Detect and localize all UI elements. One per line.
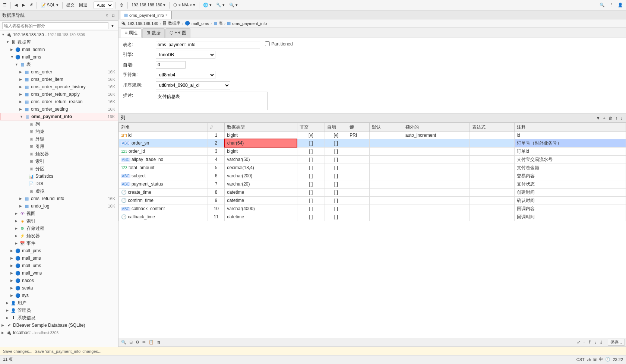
charset-select[interactable]: utf8mb4 [156, 71, 215, 79]
down-end-button[interactable]: ⤓ [598, 339, 604, 345]
table-row[interactable]: 123 order_id3bigint[ ][ ]订单id [119, 147, 626, 155]
search-button[interactable]: 🔍 [120, 339, 127, 345]
partitioned-checkbox[interactable] [265, 41, 270, 46]
expand-button[interactable]: ⤢ [576, 339, 581, 345]
sidebar-item-oms-order-item[interactable]: ▶ ▦ oms_order_item 16K [0, 76, 118, 83]
props-tab-er[interactable]: ⬡ ER 图 [165, 28, 190, 38]
table-name-input[interactable] [156, 41, 260, 48]
col-type-cell[interactable]: datetime [225, 213, 297, 221]
sidebar-item-events[interactable]: ▶ 📅 事件 [0, 240, 118, 247]
sidebar-item-mall-pms[interactable]: ▶ 🔵 mall_pms [0, 247, 118, 254]
sidebar-item-mall-sms[interactable]: ▶ 🔵 mall_sms [0, 254, 118, 262]
table-row[interactable]: 🕐 callback_time11datetime[ ][ ]回调时间 [119, 213, 626, 221]
sidebar-item-mall-wms[interactable]: ▶ 🔵 mall_wms [0, 269, 118, 277]
collation-select[interactable]: utf8mb4_0900_ai_ci [156, 81, 230, 89]
sidebar-item-oms-order-return-reason[interactable]: ▶ ▦ oms_order_return_reason 16K [0, 98, 118, 105]
sidebar-item-dbeaver-sample[interactable]: ▶ ✔ DBeaver Sample Database (SQLite) [0, 322, 118, 329]
rollback-button[interactable]: 回退 [78, 1, 89, 9]
table-row[interactable]: 1⚿ id1bigint[v][v]PRIauto_incrementid [119, 132, 626, 139]
time-button[interactable]: ⏱ [118, 2, 125, 8]
sidebar-item-oms-order-setting[interactable]: ▶ ▦ oms_order_setting 16K [0, 105, 118, 113]
sidebar-collapse-button[interactable]: × [104, 13, 110, 18]
table-row[interactable]: ABC callback_content10varchar(4000)[ ][ … [119, 205, 626, 213]
sidebar-item-triggers[interactable]: ⊞ 触发器 [0, 150, 118, 158]
auto-inc-input[interactable] [156, 61, 186, 69]
db-dropdown[interactable]: 🌐 ▾ [202, 2, 213, 8]
sidebar-item-mall-oms[interactable]: ▼ 🔵 mall_oms [0, 53, 118, 61]
table-row[interactable]: ABC payment_status7varchar(20)[ ][ ]支付状态 [119, 180, 626, 188]
sidebar-item-connection[interactable]: ▼ 🔌 192.168.188.180 - 192.168.188.180:33… [0, 31, 118, 38]
col-type-cell[interactable]: datetime [225, 188, 297, 196]
sidebar-item-procs[interactable]: ▶ ⚙ 存储过程 [0, 225, 118, 232]
table-row[interactable]: ABC subject6varchar(200)[ ][ ]交易内容 [119, 172, 626, 180]
sidebar-item-oms-order-return-apply[interactable]: ▶ ▦ oms_order_return_apply 16K [0, 91, 118, 98]
down-button[interactable]: ↓ [593, 340, 598, 345]
conn-dropdown[interactable]: 192.168.188.180 ▾ [130, 2, 167, 8]
sidebar-item-fk[interactable]: ⊞ 外键 [0, 135, 118, 143]
col-type-cell[interactable]: datetime [225, 196, 297, 205]
sidebar-item-statistics[interactable]: 📊 Statistics [0, 172, 118, 180]
find-button[interactable]: 🔍 [598, 2, 606, 8]
sidebar-item-nacos[interactable]: ▶ 🔵 nacos [0, 277, 118, 284]
table-row[interactable]: 🕐 create_time8datetime[ ][ ]创建时间 [119, 188, 626, 196]
menu-button[interactable]: ☰ [1, 2, 8, 8]
col-type-cell[interactable]: bigint [225, 132, 297, 139]
more-button[interactable]: ⋮ [608, 2, 615, 8]
props-tab-data[interactable]: ⊞ 数据 [142, 28, 164, 38]
sidebar-pin-button[interactable]: □ [111, 13, 116, 18]
table-row[interactable]: 🕐 confirm_time9datetime[ ][ ]确认时间 [119, 196, 626, 205]
sidebar-item-localhost[interactable]: ▶ 🔌 localhost - localhost:3306 [0, 329, 118, 336]
search-top-button[interactable]: 🔍 ▾ [228, 2, 239, 8]
save-button[interactable]: 保存... [608, 339, 625, 346]
copy-button[interactable]: 📋 [148, 339, 155, 345]
comment-input[interactable]: 支付信息表 [156, 92, 268, 110]
col-type-cell[interactable]: varchar(4000) [225, 205, 297, 213]
sidebar-search-input[interactable] [2, 22, 108, 29]
delete-button[interactable]: 🗑 [156, 340, 162, 345]
na-dropdown[interactable]: ⬡ < N/A > ▾ [172, 2, 197, 8]
sidebar-item-sys[interactable]: ▶ 🔵 sys [0, 292, 118, 299]
col-add-button[interactable]: + [602, 115, 607, 121]
up-button[interactable]: ↑ [582, 340, 587, 345]
table-row[interactable]: 123 total_amount5decimal(18,4)[ ][ ]支付总金… [119, 164, 626, 172]
col-down-button[interactable]: ↓ [620, 115, 624, 121]
auto-dropdown[interactable]: Auto [94, 1, 113, 9]
sidebar-item-partitions[interactable]: ⊞ 分区 [0, 165, 118, 172]
sidebar-item-tables[interactable]: ▼ ▦ 表 [0, 61, 118, 68]
tab-oms-payment-info[interactable]: ▦ oms_payment_info × [120, 11, 172, 19]
sidebar-item-undo-log[interactable]: ▶ ▦ undo_log 16K [0, 202, 118, 210]
sidebar-item-triggers2[interactable]: ▶ ⚡ 触发器 [0, 232, 118, 240]
refresh-button[interactable]: ↺ [28, 2, 34, 8]
col-type-cell[interactable]: bigint [225, 147, 297, 155]
tools-dropdown[interactable]: 🔧 ▾ [215, 2, 226, 8]
col-type-cell[interactable]: char(64) [225, 139, 297, 147]
sidebar-item-constraints[interactable]: ⊞ 约束 [0, 128, 118, 135]
sidebar-item-columns[interactable]: ⊞ 列 [0, 120, 118, 128]
col-type-cell[interactable]: varchar(20) [225, 180, 297, 188]
table-row[interactable]: ABC alipay_trade_no4varchar(50)[ ][ ]支付宝… [119, 155, 626, 164]
back-button[interactable]: ◀ [13, 2, 19, 8]
sidebar-item-oms-refund[interactable]: ▶ ▦ oms_refund_info 16K [0, 195, 118, 202]
sidebar-item-users[interactable]: ▶ 👤 用户 [0, 299, 118, 307]
user-button[interactable]: 👤 [616, 2, 625, 8]
col-type-cell[interactable]: varchar(200) [225, 172, 297, 180]
sidebar-item-databases[interactable]: ▼ 🗄 数据库 [0, 38, 118, 46]
sidebar-item-indexes[interactable]: ⊞ 索引 [0, 158, 118, 165]
col-type-cell[interactable]: decimal(18,4) [225, 164, 297, 172]
sidebar-item-sysinfo[interactable]: ▶ ℹ 系统信息 [0, 314, 118, 322]
sidebar-item-mall-ums[interactable]: ▶ 🔵 mall_ums [0, 262, 118, 269]
sidebar-item-seata[interactable]: ▶ 🔵 seata [0, 284, 118, 292]
settings-button[interactable]: ⚙ [135, 339, 140, 345]
sidebar-item-indexes2[interactable]: ▶ ◈ 索引 [0, 217, 118, 225]
forward-button[interactable]: ▶ [20, 2, 26, 8]
sql-button[interactable]: 📝 SQL ▾ [39, 2, 60, 8]
edit-button[interactable]: ✏ [141, 339, 147, 345]
sidebar-item-oms-order-operate[interactable]: ▶ ▦ oms_order_operate_history 16K [0, 83, 118, 91]
sidebar-item-views[interactable]: ▶ 👁 视图 [0, 210, 118, 217]
props-tab-attributes[interactable]: ≡ 属性 [121, 28, 142, 38]
up-end-button[interactable]: ⤒ [587, 339, 592, 345]
commit-button[interactable]: 提交 [65, 1, 76, 9]
sidebar-item-mall-admin[interactable]: ▶ 🔵 mall_admin [0, 46, 118, 53]
sidebar-item-admins[interactable]: ▶ 👤 管理员 [0, 307, 118, 314]
col-filter-button[interactable]: ▼ [595, 115, 601, 121]
